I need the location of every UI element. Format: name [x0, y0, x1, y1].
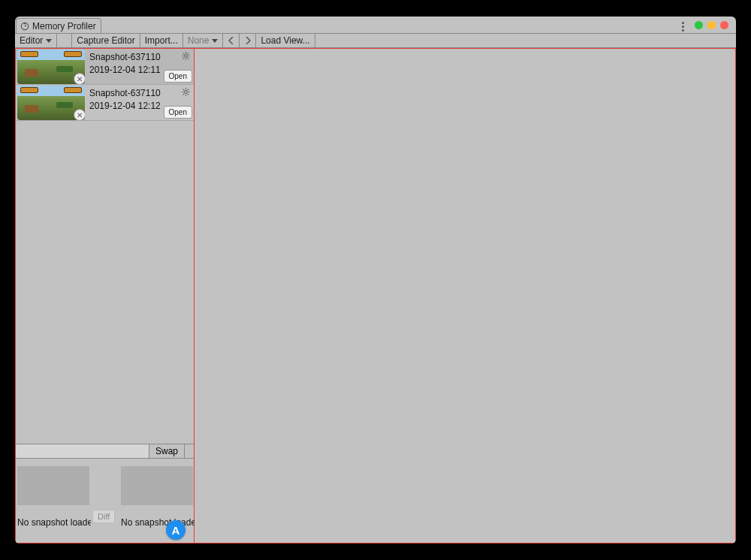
load-view-button[interactable]: Load View...: [256, 34, 315, 47]
svg-point-12: [185, 91, 188, 94]
close-button[interactable]: [720, 21, 728, 29]
window-menu-icon[interactable]: [682, 22, 685, 32]
body: ✕ Snapshot-637110 2019-12-04 12:11 Open: [15, 48, 736, 543]
svg-rect-1: [24, 23, 26, 24]
diff-label-left: No snapshot loaded: [17, 517, 91, 528]
snapshot-close-button[interactable]: ✕: [74, 73, 85, 84]
snapshot-close-button[interactable]: ✕: [74, 109, 85, 120]
svg-line-18: [188, 94, 189, 95]
diff-button[interactable]: Diff: [92, 510, 115, 523]
snapshot-open-button[interactable]: Open: [164, 106, 192, 119]
swap-filler: [16, 444, 149, 458]
snapshot-item[interactable]: ✕ Snapshot-637110 2019-12-04 12:12 Open: [16, 85, 194, 121]
workbench-panel: ✕ Snapshot-637110 2019-12-04 12:11 Open: [16, 49, 195, 543]
snapshot-meta: Snapshot-637110 2019-12-04 12:12 Open: [86, 85, 194, 120]
snapshot-item[interactable]: ✕ Snapshot-637110 2019-12-04 12:11 Open: [16, 49, 194, 85]
chevron-right-icon: [245, 37, 251, 44]
import-button[interactable]: Import...: [140, 34, 183, 47]
tab-bar: Memory Profiler: [15, 18, 101, 33]
capture-editor-button[interactable]: Capture Editor: [72, 34, 140, 47]
svg-line-20: [188, 89, 189, 91]
callout-a: A: [166, 520, 185, 540]
snapshot-thumbnail: ✕: [17, 50, 85, 84]
diff-slot-left[interactable]: [17, 466, 89, 505]
tab-label: Memory Profiler: [32, 21, 96, 32]
editor-dropdown[interactable]: Editor: [15, 34, 57, 47]
snapshot-thumbnail: ✕: [17, 86, 85, 120]
svg-line-17: [183, 89, 185, 91]
snapshot-meta: Snapshot-637110 2019-12-04 12:11 Open: [86, 49, 194, 84]
gear-icon[interactable]: [181, 51, 191, 61]
nav-prev-button[interactable]: [223, 34, 240, 47]
gear-icon[interactable]: [181, 87, 191, 97]
minimize-button[interactable]: [695, 21, 703, 29]
profiler-icon: [20, 21, 30, 32]
svg-point-3: [185, 55, 188, 58]
svg-line-11: [188, 53, 189, 55]
swap-spacer: [185, 444, 194, 458]
main-view-panel: [195, 49, 735, 543]
snapshot-dropdown[interactable]: None: [183, 34, 224, 47]
tab-memory-profiler[interactable]: Memory Profiler: [16, 18, 101, 33]
diff-slot-right[interactable]: [121, 466, 193, 505]
svg-line-9: [188, 58, 189, 59]
memory-profiler-window: Memory Profiler Editor Capture Editor Im…: [15, 17, 736, 543]
swap-bar: Swap: [16, 444, 194, 459]
chevron-left-icon: [228, 37, 234, 44]
snapshot-name: Snapshot-637110: [89, 88, 191, 98]
maximize-button[interactable]: [707, 21, 716, 29]
toolbar-spacer: [57, 34, 72, 47]
snapshot-name: Snapshot-637110: [89, 52, 191, 62]
snapshot-list: ✕ Snapshot-637110 2019-12-04 12:11 Open: [16, 49, 194, 121]
toolbar: Editor Capture Editor Import... None Loa…: [15, 33, 736, 48]
svg-line-8: [183, 53, 185, 55]
svg-line-19: [183, 94, 185, 95]
nav-next-button[interactable]: [240, 34, 256, 47]
svg-line-10: [183, 58, 185, 59]
snapshot-open-button[interactable]: Open: [164, 70, 192, 83]
swap-button[interactable]: Swap: [149, 444, 185, 458]
svg-line-2: [25, 25, 26, 26]
window-controls: [695, 21, 728, 29]
